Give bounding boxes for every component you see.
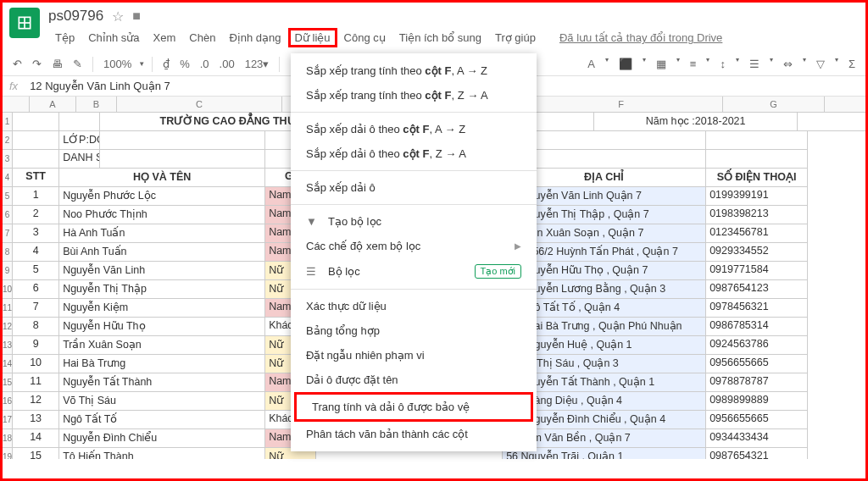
menu-item[interactable]: Sắp xếp dải ô theo cột F, A → Z — [291, 117, 537, 141]
decimal-dec-button[interactable]: .0 — [197, 56, 213, 72]
toolbar-icon-0[interactable]: A — [584, 56, 598, 72]
doc-title[interactable]: ps09796 — [48, 8, 103, 25]
new-tag[interactable]: Tạo mới — [475, 264, 522, 279]
toolbar-icon-5[interactable]: ☰ — [746, 56, 763, 72]
row-header[interactable]: 2 — [3, 131, 12, 150]
menu-item[interactable]: ▼Tạo bộ lọc — [291, 209, 537, 234]
cell[interactable]: 3 — [13, 224, 59, 243]
col-header-G[interactable]: G — [723, 97, 825, 112]
cell[interactable]: 0919771584 — [706, 262, 808, 280]
menu-item[interactable]: Đặt ngẫu nhiên phạm vi — [291, 343, 537, 368]
cell[interactable]: 0987654123 — [706, 280, 808, 299]
cell[interactable]: Nguyễn Kiệm — [59, 299, 265, 318]
cell[interactable]: Võ Thị Sáu — [59, 392, 265, 411]
cell[interactable]: Hai Bà Trưng — [59, 355, 265, 373]
cell[interactable] — [13, 150, 59, 169]
row-header[interactable]: 16 — [3, 392, 12, 411]
decimal-inc-button[interactable]: .00 — [216, 56, 238, 72]
cell[interactable]: 15 — [13, 448, 59, 459]
cell[interactable]: 11 — [13, 373, 59, 392]
menu-item[interactable]: Các chế độ xem bộ lọc▶ — [291, 234, 537, 258]
cell[interactable] — [13, 113, 59, 131]
row-header[interactable]: 14 — [3, 355, 12, 373]
cell[interactable]: 8 — [13, 318, 59, 336]
row-header[interactable]: 13 — [3, 336, 12, 355]
cell[interactable]: Nguyễn Đình Chiểu — [59, 429, 265, 448]
cell[interactable]: Năm học :2018-2021 — [594, 113, 798, 131]
cell[interactable]: LỚP:DG14303 — [59, 131, 100, 150]
cell[interactable] — [100, 131, 265, 150]
cell[interactable]: 10 — [13, 355, 59, 373]
cell[interactable]: 0924563786 — [706, 336, 808, 355]
row-header[interactable]: 12 — [3, 318, 12, 336]
col-header-C[interactable]: C — [117, 97, 282, 112]
cell[interactable]: Nguyễn Thị Thập — [59, 280, 265, 299]
cell[interactable]: 13 — [13, 411, 59, 429]
row-header[interactable]: 3 — [3, 150, 12, 169]
row-header[interactable]: 15 — [3, 373, 12, 392]
print-button[interactable]: 🖶 — [48, 56, 66, 72]
row-header[interactable]: 5 — [3, 187, 12, 206]
col-header-B[interactable]: B — [76, 97, 117, 112]
col-header-A[interactable]: A — [30, 97, 76, 112]
cell[interactable]: Tô Hiến Thành — [59, 448, 265, 459]
currency-button[interactable]: ₫ — [159, 56, 173, 72]
menu-trợ-giúp[interactable]: Trợ giúp — [488, 28, 542, 47]
cell[interactable] — [13, 131, 59, 150]
paint-format-button[interactable]: ✎ — [70, 56, 86, 72]
cell[interactable]: 0934433434 — [706, 429, 808, 448]
row-header[interactable]: 6 — [3, 206, 12, 224]
menu-chỉnh-sửa[interactable]: Chỉnh sửa — [81, 28, 146, 47]
col-header-F[interactable]: F — [520, 97, 723, 112]
cell[interactable]: 0978878787 — [706, 373, 808, 392]
cell[interactable] — [706, 150, 808, 169]
row-header[interactable]: 19 — [3, 448, 12, 459]
row-header[interactable]: 9 — [3, 262, 12, 280]
toolbar-icon-2[interactable]: ▦ — [653, 56, 670, 72]
menu-xem[interactable]: Xem — [147, 28, 183, 47]
toolbar-icon-6[interactable]: ⇔ — [780, 56, 796, 72]
cell[interactable]: 6 — [13, 280, 59, 299]
menu-định-dạng[interactable]: Định dạng — [222, 28, 287, 47]
row-header[interactable]: 10 — [3, 280, 12, 299]
cell[interactable]: Hà Anh Tuấn — [59, 224, 265, 243]
cell[interactable]: 0123456781 — [706, 224, 808, 243]
menu-item[interactable]: Bảng tổng hợp — [291, 318, 537, 343]
star-icon[interactable]: ☆ — [112, 8, 124, 25]
cell[interactable]: 14 — [13, 429, 59, 448]
menu-item[interactable]: Sắp xếp dải ô theo cột F, Z → A — [291, 141, 537, 166]
menu-item[interactable]: Sắp xếp dải ô — [291, 175, 537, 200]
cell[interactable]: 0986785314 — [706, 318, 808, 336]
cell[interactable]: STT — [13, 169, 59, 187]
cell[interactable]: 0956655665 — [706, 355, 808, 373]
row-header[interactable]: 17 — [3, 411, 12, 429]
menu-tệp[interactable]: Tệp — [48, 28, 81, 47]
menu-item[interactable]: Trang tính và dải ô được bảo vệ — [294, 392, 533, 422]
cell[interactable]: 5 — [13, 262, 59, 280]
cell[interactable]: DANH SÁCH SINH VIÊN — [59, 150, 100, 169]
cell[interactable]: Nguyễn Hữu Thọ — [59, 318, 265, 336]
row-header[interactable]: 8 — [3, 243, 12, 262]
cell[interactable]: HỌ VÀ TÊN — [59, 169, 265, 187]
cell[interactable]: 0978456321 — [706, 299, 808, 318]
sheets-logo[interactable] — [9, 8, 40, 38]
toolbar-icon-3[interactable]: ≡ — [687, 56, 700, 72]
cell[interactable]: Trần Xuân Soạn — [59, 336, 265, 355]
menu-tiện-ích-bổ-sung[interactable]: Tiện ích bổ sung — [392, 28, 488, 47]
row-header[interactable]: 18 — [3, 429, 12, 448]
zoom-select[interactable]: 100% — [100, 56, 135, 72]
cell[interactable]: 0989899889 — [706, 392, 808, 411]
cell[interactable] — [100, 150, 265, 169]
percent-button[interactable]: % — [176, 56, 193, 72]
redo-button[interactable]: ↷ — [29, 56, 45, 72]
cell[interactable]: 0198398213 — [706, 206, 808, 224]
toolbar-icon-8[interactable]: Σ — [845, 56, 859, 72]
menu-item[interactable]: Dải ô được đặt tên — [291, 368, 537, 392]
cell[interactable] — [798, 113, 865, 131]
cell[interactable]: Bùi Anh Tuấn — [59, 243, 265, 262]
autosave-status[interactable]: Đã lưu tất cả thay đổi trong Drive — [553, 28, 729, 47]
cell[interactable]: Noo Phước Thịnh — [59, 206, 265, 224]
menu-công-cụ[interactable]: Công cụ — [337, 28, 392, 47]
cell[interactable]: 7 — [13, 299, 59, 318]
cell[interactable] — [706, 131, 808, 150]
